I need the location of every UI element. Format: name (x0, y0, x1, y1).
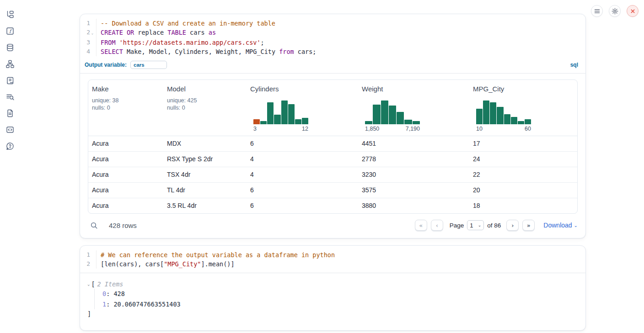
column-histogram: 312 (253, 99, 308, 132)
histogram-bar (281, 100, 288, 124)
histogram-bar (260, 121, 267, 124)
tree-entry-key: 0 (102, 290, 106, 297)
table-row: AcuraTL 4dr6357520 (88, 182, 577, 198)
table-footer: 428 rows « ‹ Page 1 ⌄ of 86 › » Download… (88, 214, 578, 231)
table-cell: Acura (88, 152, 163, 167)
help-icon[interactable] (5, 141, 15, 151)
fold-chevron-icon[interactable]: ⌄ (90, 29, 95, 38)
histogram-bar (404, 120, 412, 124)
table-cell: 4451 (358, 136, 469, 151)
logs-icon[interactable] (5, 75, 15, 85)
table-row: AcuraTSX 4dr4323022 (88, 167, 577, 182)
table-cell: 3230 (358, 167, 469, 182)
histogram-bar (253, 119, 260, 124)
histogram-bar (381, 100, 388, 124)
column-header-weight[interactable]: Weight1,8507,190 (358, 80, 469, 136)
sql-output-area: Makeunique: 38nulls: 0Modelunique: 425nu… (80, 74, 585, 238)
tracing-icon[interactable] (5, 92, 15, 102)
shutdown-button[interactable] (627, 5, 639, 17)
code-line: 2[len(cars), cars["MPG_City"].mean()] (80, 259, 585, 269)
histogram-bar (295, 119, 301, 124)
output-variable-input[interactable] (130, 61, 167, 69)
column-stats: unique: 425nulls: 0 (167, 97, 243, 111)
histogram-bar (413, 121, 420, 124)
column-name: Model (167, 85, 243, 93)
table-cell: TL 4dr (163, 183, 247, 198)
notebook-area: 1-- Download a CSV and create an in-memo… (80, 14, 586, 331)
code-line: 2⌄CREATE OR replace TABLE cars as (80, 28, 585, 38)
settings-button[interactable] (609, 5, 621, 17)
table-cell: Acura (88, 136, 163, 151)
histogram-bar (525, 119, 531, 124)
table-cell: TSX 4dr (163, 167, 247, 182)
histogram-axis-labels: 1,8507,190 (365, 126, 420, 132)
table-cell: 3.5 RL 4dr (163, 198, 247, 213)
next-page-button[interactable]: › (506, 220, 519, 231)
table-cell: MDX (163, 136, 247, 151)
tree-entry: 0: 428 (102, 289, 578, 299)
column-histogram: 1,8507,190 (365, 99, 420, 132)
pagination: « ‹ Page 1 ⌄ of 86 › » Download ⌄ (415, 220, 578, 231)
line-number: 1 (80, 250, 97, 259)
column-header-mpg_city[interactable]: MPG_City1060 (469, 80, 577, 136)
page-select[interactable]: 1 ⌄ (467, 220, 484, 230)
sql-code-editor[interactable]: 1-- Download a CSV and create an in-memo… (80, 14, 585, 60)
documentation-icon[interactable] (5, 108, 15, 118)
histogram-bar (490, 102, 496, 124)
column-name: Make (92, 85, 160, 93)
histogram-bar (504, 114, 510, 124)
histogram-bar (483, 100, 489, 124)
search-button[interactable] (90, 222, 98, 229)
table-cell: 24 (469, 152, 577, 167)
language-badge[interactable]: sql (570, 62, 578, 68)
file-tree-icon[interactable] (5, 10, 15, 20)
table-cell: 22 (469, 167, 577, 182)
histogram-axis-labels: 1060 (476, 126, 531, 132)
histogram-bar (497, 107, 503, 125)
python-output-tree: ⌄ [ 2 Items 0: 4281: 20.060747663551403 … (80, 273, 585, 330)
histogram-bar (397, 112, 404, 124)
last-page-button[interactable]: » (522, 220, 535, 231)
prev-page-button[interactable]: ‹ (431, 220, 443, 231)
histogram-bar (518, 121, 524, 124)
table-cell: 4 (247, 167, 358, 182)
chevron-down-icon: ⌄ (574, 223, 578, 228)
histogram-bar (511, 117, 517, 124)
column-name: Weight (362, 85, 466, 93)
table-cell: 6 (247, 183, 358, 198)
table-cell: 2778 (358, 152, 469, 167)
chevron-down-icon: ⌄ (478, 223, 482, 227)
rows-count: 428 rows (109, 222, 137, 229)
histogram-bar (267, 102, 274, 124)
top-toolbar (591, 5, 639, 17)
data-table: Makeunique: 38nulls: 0Modelunique: 425nu… (88, 79, 578, 214)
histogram-bar (365, 121, 372, 124)
menu-button[interactable] (591, 5, 603, 17)
column-name: MPG_City (473, 85, 574, 93)
column-header-make[interactable]: Makeunique: 38nulls: 0 (88, 80, 163, 136)
download-button[interactable]: Download ⌄ (543, 222, 578, 229)
snippets-icon[interactable] (5, 125, 15, 135)
output-variable-label: Output variable: (85, 62, 127, 68)
table-cell: Acura (88, 198, 163, 213)
sql-cell: 1-- Download a CSV and create an in-memo… (80, 14, 586, 238)
histogram-bar (373, 105, 380, 124)
column-header-model[interactable]: Modelunique: 425nulls: 0 (163, 80, 247, 136)
python-code-editor[interactable]: 1# We can reference the output variable … (80, 246, 585, 273)
table-cell: 20 (469, 183, 577, 198)
table-cell: Acura (88, 167, 163, 182)
dependencies-icon[interactable] (5, 59, 15, 69)
table-cell: 17 (469, 136, 577, 151)
search-icon (90, 222, 98, 229)
column-header-cylinders[interactable]: Cylinders312 (247, 80, 358, 136)
table-cell: 3575 (358, 183, 469, 198)
datasources-icon[interactable] (5, 42, 15, 53)
table-row: Acura3.5 RL 4dr6388018 (88, 198, 577, 213)
download-label: Download (543, 222, 572, 229)
histogram-bar (302, 118, 308, 124)
first-page-button[interactable]: « (415, 220, 427, 231)
line-number: 3 (80, 38, 97, 47)
tree-collapse-caret-icon[interactable]: ⌄ (87, 282, 90, 286)
table-row: AcuraMDX6445117 (88, 136, 577, 151)
variables-icon[interactable]: f (5, 26, 15, 36)
